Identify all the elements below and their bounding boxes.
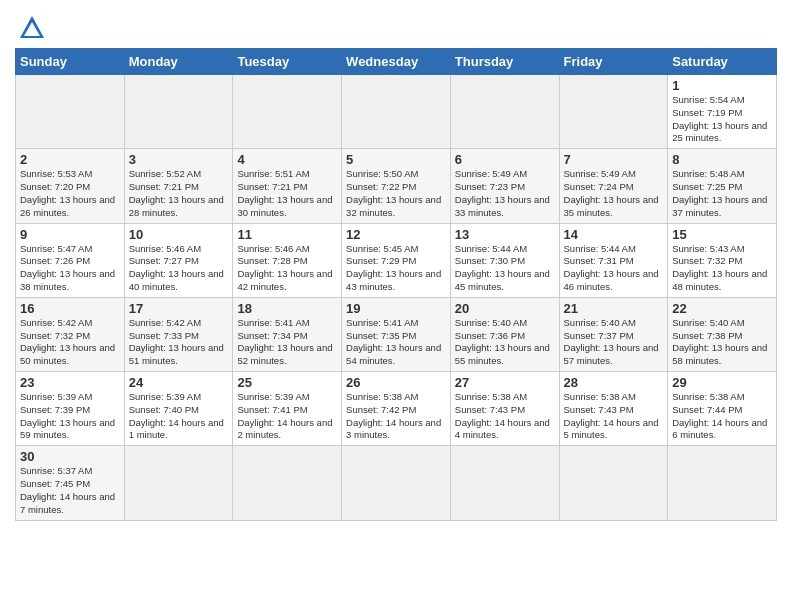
calendar-cell: 14Sunrise: 5:44 AMSunset: 7:31 PMDayligh…: [559, 223, 668, 297]
day-info: Sunrise: 5:38 AMSunset: 7:43 PMDaylight:…: [564, 391, 664, 442]
day-info: Sunrise: 5:47 AMSunset: 7:26 PMDaylight:…: [20, 243, 120, 294]
calendar-cell: [233, 446, 342, 520]
calendar-cell: 24Sunrise: 5:39 AMSunset: 7:40 PMDayligh…: [124, 372, 233, 446]
day-number: 26: [346, 375, 446, 390]
day-number: 15: [672, 227, 772, 242]
day-number: 6: [455, 152, 555, 167]
calendar-cell: 29Sunrise: 5:38 AMSunset: 7:44 PMDayligh…: [668, 372, 777, 446]
day-number: 11: [237, 227, 337, 242]
weekday-header-thursday: Thursday: [450, 49, 559, 75]
day-number: 12: [346, 227, 446, 242]
calendar-week-row: 2Sunrise: 5:53 AMSunset: 7:20 PMDaylight…: [16, 149, 777, 223]
day-info: Sunrise: 5:43 AMSunset: 7:32 PMDaylight:…: [672, 243, 772, 294]
day-number: 10: [129, 227, 229, 242]
day-number: 20: [455, 301, 555, 316]
day-info: Sunrise: 5:40 AMSunset: 7:36 PMDaylight:…: [455, 317, 555, 368]
day-number: 5: [346, 152, 446, 167]
day-info: Sunrise: 5:44 AMSunset: 7:31 PMDaylight:…: [564, 243, 664, 294]
day-info: Sunrise: 5:46 AMSunset: 7:27 PMDaylight:…: [129, 243, 229, 294]
day-info: Sunrise: 5:38 AMSunset: 7:42 PMDaylight:…: [346, 391, 446, 442]
calendar-cell: 19Sunrise: 5:41 AMSunset: 7:35 PMDayligh…: [342, 297, 451, 371]
calendar-cell: 21Sunrise: 5:40 AMSunset: 7:37 PMDayligh…: [559, 297, 668, 371]
day-number: 14: [564, 227, 664, 242]
calendar-week-row: 23Sunrise: 5:39 AMSunset: 7:39 PMDayligh…: [16, 372, 777, 446]
day-number: 13: [455, 227, 555, 242]
calendar-cell: [233, 75, 342, 149]
calendar-cell: 23Sunrise: 5:39 AMSunset: 7:39 PMDayligh…: [16, 372, 125, 446]
calendar-cell: 10Sunrise: 5:46 AMSunset: 7:27 PMDayligh…: [124, 223, 233, 297]
day-info: Sunrise: 5:53 AMSunset: 7:20 PMDaylight:…: [20, 168, 120, 219]
day-info: Sunrise: 5:42 AMSunset: 7:33 PMDaylight:…: [129, 317, 229, 368]
calendar-cell: 28Sunrise: 5:38 AMSunset: 7:43 PMDayligh…: [559, 372, 668, 446]
calendar-cell: [450, 75, 559, 149]
calendar-cell: 25Sunrise: 5:39 AMSunset: 7:41 PMDayligh…: [233, 372, 342, 446]
calendar-cell: 6Sunrise: 5:49 AMSunset: 7:23 PMDaylight…: [450, 149, 559, 223]
weekday-header-tuesday: Tuesday: [233, 49, 342, 75]
calendar-cell: 2Sunrise: 5:53 AMSunset: 7:20 PMDaylight…: [16, 149, 125, 223]
day-info: Sunrise: 5:38 AMSunset: 7:43 PMDaylight:…: [455, 391, 555, 442]
day-info: Sunrise: 5:37 AMSunset: 7:45 PMDaylight:…: [20, 465, 120, 516]
day-info: Sunrise: 5:49 AMSunset: 7:23 PMDaylight:…: [455, 168, 555, 219]
day-number: 25: [237, 375, 337, 390]
day-number: 29: [672, 375, 772, 390]
calendar-cell: 5Sunrise: 5:50 AMSunset: 7:22 PMDaylight…: [342, 149, 451, 223]
day-number: 16: [20, 301, 120, 316]
day-number: 23: [20, 375, 120, 390]
weekday-header-row: SundayMondayTuesdayWednesdayThursdayFrid…: [16, 49, 777, 75]
calendar-cell: 27Sunrise: 5:38 AMSunset: 7:43 PMDayligh…: [450, 372, 559, 446]
day-info: Sunrise: 5:42 AMSunset: 7:32 PMDaylight:…: [20, 317, 120, 368]
calendar-cell: 9Sunrise: 5:47 AMSunset: 7:26 PMDaylight…: [16, 223, 125, 297]
day-info: Sunrise: 5:49 AMSunset: 7:24 PMDaylight:…: [564, 168, 664, 219]
calendar-cell: 26Sunrise: 5:38 AMSunset: 7:42 PMDayligh…: [342, 372, 451, 446]
calendar-cell: 7Sunrise: 5:49 AMSunset: 7:24 PMDaylight…: [559, 149, 668, 223]
logo: [15, 14, 46, 42]
calendar-cell: [450, 446, 559, 520]
day-number: 24: [129, 375, 229, 390]
calendar-cell: 20Sunrise: 5:40 AMSunset: 7:36 PMDayligh…: [450, 297, 559, 371]
day-info: Sunrise: 5:46 AMSunset: 7:28 PMDaylight:…: [237, 243, 337, 294]
day-info: Sunrise: 5:39 AMSunset: 7:41 PMDaylight:…: [237, 391, 337, 442]
day-number: 21: [564, 301, 664, 316]
weekday-header-saturday: Saturday: [668, 49, 777, 75]
calendar-cell: 11Sunrise: 5:46 AMSunset: 7:28 PMDayligh…: [233, 223, 342, 297]
calendar-cell: 17Sunrise: 5:42 AMSunset: 7:33 PMDayligh…: [124, 297, 233, 371]
day-info: Sunrise: 5:41 AMSunset: 7:34 PMDaylight:…: [237, 317, 337, 368]
calendar-cell: 4Sunrise: 5:51 AMSunset: 7:21 PMDaylight…: [233, 149, 342, 223]
calendar-cell: [342, 446, 451, 520]
day-number: 1: [672, 78, 772, 93]
calendar-cell: 18Sunrise: 5:41 AMSunset: 7:34 PMDayligh…: [233, 297, 342, 371]
day-number: 27: [455, 375, 555, 390]
calendar-cell: 22Sunrise: 5:40 AMSunset: 7:38 PMDayligh…: [668, 297, 777, 371]
day-info: Sunrise: 5:52 AMSunset: 7:21 PMDaylight:…: [129, 168, 229, 219]
day-number: 22: [672, 301, 772, 316]
day-info: Sunrise: 5:54 AMSunset: 7:19 PMDaylight:…: [672, 94, 772, 145]
calendar-cell: 30Sunrise: 5:37 AMSunset: 7:45 PMDayligh…: [16, 446, 125, 520]
header: [15, 10, 777, 42]
calendar-cell: [16, 75, 125, 149]
day-info: Sunrise: 5:40 AMSunset: 7:38 PMDaylight:…: [672, 317, 772, 368]
day-info: Sunrise: 5:40 AMSunset: 7:37 PMDaylight:…: [564, 317, 664, 368]
calendar-cell: 13Sunrise: 5:44 AMSunset: 7:30 PMDayligh…: [450, 223, 559, 297]
day-number: 28: [564, 375, 664, 390]
calendar-cell: [342, 75, 451, 149]
calendar-cell: 15Sunrise: 5:43 AMSunset: 7:32 PMDayligh…: [668, 223, 777, 297]
day-number: 7: [564, 152, 664, 167]
calendar-cell: [559, 75, 668, 149]
calendar-cell: [559, 446, 668, 520]
day-info: Sunrise: 5:39 AMSunset: 7:40 PMDaylight:…: [129, 391, 229, 442]
logo-icon: [18, 14, 46, 42]
day-info: Sunrise: 5:44 AMSunset: 7:30 PMDaylight:…: [455, 243, 555, 294]
calendar-cell: 3Sunrise: 5:52 AMSunset: 7:21 PMDaylight…: [124, 149, 233, 223]
calendar-cell: 1Sunrise: 5:54 AMSunset: 7:19 PMDaylight…: [668, 75, 777, 149]
calendar-cell: 16Sunrise: 5:42 AMSunset: 7:32 PMDayligh…: [16, 297, 125, 371]
calendar-cell: [124, 446, 233, 520]
day-number: 3: [129, 152, 229, 167]
day-number: 30: [20, 449, 120, 464]
weekday-header-sunday: Sunday: [16, 49, 125, 75]
weekday-header-friday: Friday: [559, 49, 668, 75]
calendar-week-row: 1Sunrise: 5:54 AMSunset: 7:19 PMDaylight…: [16, 75, 777, 149]
calendar-week-row: 16Sunrise: 5:42 AMSunset: 7:32 PMDayligh…: [16, 297, 777, 371]
weekday-header-wednesday: Wednesday: [342, 49, 451, 75]
day-number: 17: [129, 301, 229, 316]
calendar-cell: 8Sunrise: 5:48 AMSunset: 7:25 PMDaylight…: [668, 149, 777, 223]
